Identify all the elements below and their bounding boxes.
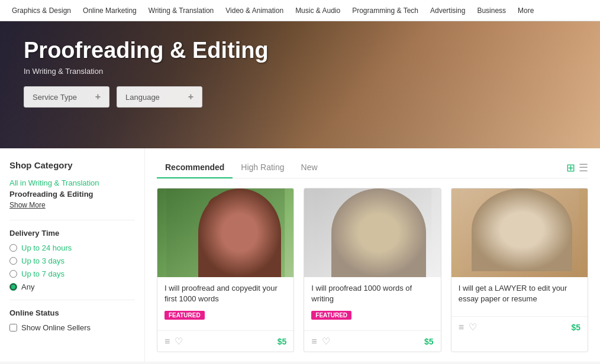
gig-2-footer: ≡ ♡ $5 (304, 330, 440, 352)
gig-1-title: I will proofread and copyedit your first… (164, 283, 286, 304)
gig-1-price: $5 (278, 337, 287, 346)
gig-1-actions: ≡ ♡ (164, 336, 183, 347)
delivery-3d[interactable]: Up to 3 days (9, 256, 135, 265)
tabs-row: Recommended High Rating New ⊞ ☰ (157, 158, 588, 178)
language-plus-icon: + (188, 92, 193, 102)
gig-2-body: I will proofread 1000 words of writing F… (304, 277, 440, 330)
tab-recommended[interactable]: Recommended (157, 158, 233, 178)
gigs-grid: I will proofread and copyedit your first… (157, 188, 588, 352)
svg-point-2 (208, 194, 243, 218)
gig-2-title: I will proofread 1000 words of writing (311, 283, 433, 304)
gig-image-3 (451, 188, 588, 277)
delivery-7d-radio[interactable] (9, 270, 17, 278)
nav-item-more[interactable]: More (512, 0, 540, 21)
online-status-title: Online Status (9, 308, 135, 317)
gig-2-price: $5 (424, 337, 434, 346)
svg-point-15 (509, 205, 536, 222)
nav-item-programming[interactable]: Programming & Tech (346, 0, 424, 21)
svg-rect-11 (478, 248, 561, 252)
svg-rect-0 (166, 188, 285, 277)
main-layout: Shop Category All in Writing & Translati… (0, 148, 600, 362)
hero-banner: Proofreading & Editing In Writing & Tran… (0, 21, 600, 148)
svg-rect-5 (227, 216, 236, 222)
top-navigation: Graphics & Design Online Marketing Writi… (0, 0, 600, 21)
gig-2-badge: FEATURED (311, 311, 351, 320)
gig-3-body: I will get a LAWYER to edit your essay p… (451, 277, 588, 316)
grid-view-icon[interactable]: ⊞ (566, 161, 575, 174)
gig-2-illustration (304, 188, 440, 277)
view-toggle-icons: ⊞ ☰ (566, 161, 588, 174)
delivery-any-radio[interactable] (9, 283, 17, 291)
svg-rect-13 (496, 236, 531, 246)
gig-3-footer: ≡ ♡ $5 (451, 316, 588, 337)
gig-1-heart-icon[interactable]: ♡ (175, 336, 183, 347)
nav-item-marketing[interactable]: Online Marketing (77, 0, 143, 21)
language-filter[interactable]: Language + (117, 86, 202, 108)
delivery-any-label: Any (21, 282, 34, 291)
sidebar-divider-1 (9, 220, 135, 220)
sidebar-all-writing-link[interactable]: All in Writing & Translation (9, 178, 135, 187)
language-label: Language (125, 93, 160, 102)
service-type-filter[interactable]: Service Type + (24, 86, 109, 108)
tab-high-rating[interactable]: High Rating (233, 158, 292, 178)
gig-2-heart-icon[interactable]: ♡ (322, 336, 330, 347)
gig-3-heart-icon[interactable]: ♡ (469, 321, 477, 333)
gig-2-menu-icon[interactable]: ≡ (311, 336, 317, 347)
gig-3-illustration (451, 188, 588, 277)
delivery-3d-radio[interactable] (9, 257, 17, 265)
service-type-label: Service Type (33, 93, 77, 102)
delivery-any[interactable]: Any (9, 282, 135, 291)
hero-text-block: Proofreading & Editing In Writing & Tran… (24, 38, 269, 108)
show-more-link[interactable]: Show More (9, 201, 135, 209)
gig-1-menu-icon[interactable]: ≡ (164, 336, 170, 347)
gig-card-1[interactable]: I will proofread and copyedit your first… (157, 188, 294, 352)
nav-item-video[interactable]: Video & Animation (220, 0, 289, 21)
gig-1-body: I will proofread and copyedit your first… (157, 277, 293, 330)
svg-rect-7 (313, 188, 431, 277)
gig-1-badge: FEATURED (164, 311, 205, 320)
nav-item-writing[interactable]: Writing & Translation (143, 0, 220, 21)
svg-line-19 (525, 230, 528, 251)
svg-point-8 (357, 197, 393, 239)
hero-filters: Service Type + Language + (24, 86, 269, 108)
delivery-7d[interactable]: Up to 7 days (9, 269, 135, 278)
hero-subtitle: In Writing & Translation (24, 67, 269, 76)
delivery-7d-label: Up to 7 days (21, 269, 64, 278)
nav-item-music[interactable]: Music & Audio (289, 0, 346, 21)
gig-image-1 (157, 188, 293, 277)
nav-item-graphics[interactable]: Graphics & Design (6, 0, 77, 21)
hero-title: Proofreading & Editing (24, 38, 269, 63)
gig-1-footer: ≡ ♡ $5 (157, 330, 293, 352)
tab-new[interactable]: New (293, 158, 326, 178)
list-view-icon[interactable]: ☰ (579, 161, 588, 174)
gig-card-2[interactable]: I will proofread 1000 words of writing F… (304, 188, 441, 352)
gig-3-actions: ≡ ♡ (459, 321, 477, 333)
svg-point-14 (511, 208, 534, 234)
delivery-24h-radio[interactable] (9, 244, 17, 252)
content-area: Recommended High Rating New ⊞ ☰ (145, 148, 600, 362)
sidebar-subcategory: Proofreading & Editing (9, 190, 135, 199)
svg-rect-4 (215, 216, 224, 222)
online-sellers-checkbox[interactable] (9, 324, 17, 332)
delivery-3d-label: Up to 3 days (21, 256, 64, 265)
svg-rect-10 (460, 188, 579, 277)
service-type-plus-icon: + (95, 92, 101, 102)
sidebar-title: Shop Category (9, 160, 135, 170)
gig-card-3[interactable]: I will get a LAWYER to edit your essay p… (451, 188, 588, 352)
delivery-24h[interactable]: Up to 24 hours (9, 243, 135, 252)
gig-image-2 (304, 188, 440, 277)
svg-point-9 (337, 245, 396, 277)
online-sellers-label: Show Online Sellers (21, 323, 91, 332)
sidebar-divider-2 (9, 300, 135, 300)
svg-point-16 (515, 222, 530, 232)
gig-3-price: $5 (571, 323, 580, 332)
nav-item-business[interactable]: Business (471, 0, 512, 21)
svg-point-1 (209, 196, 242, 234)
svg-line-18 (514, 230, 517, 251)
nav-item-advertising[interactable]: Advertising (424, 0, 471, 21)
gig-3-menu-icon[interactable]: ≡ (459, 322, 464, 333)
sidebar: Shop Category All in Writing & Translati… (0, 148, 145, 362)
gig-3-title: I will get a LAWYER to edit your essay p… (459, 283, 580, 304)
svg-rect-12 (493, 233, 534, 251)
online-sellers-checkbox-label[interactable]: Show Online Sellers (9, 323, 135, 332)
